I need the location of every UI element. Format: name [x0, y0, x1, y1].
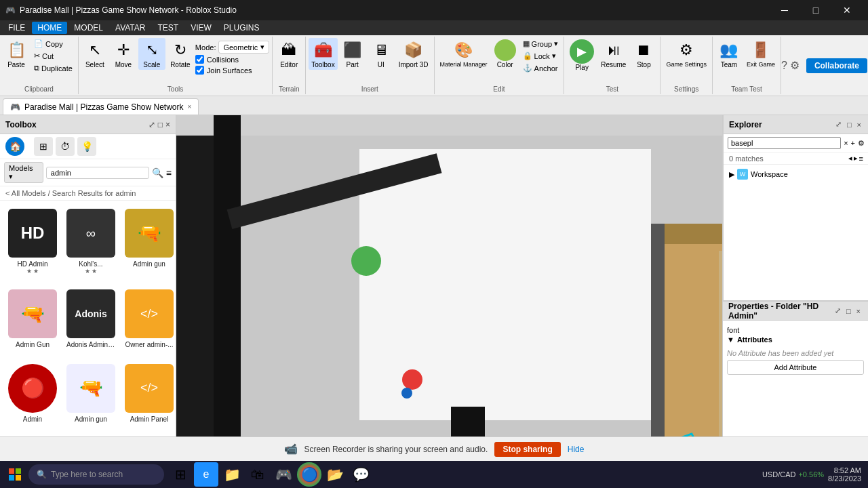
explorer-taskbar-button[interactable]: 📁	[220, 462, 244, 487]
list-item[interactable]: ∞ Kohl's... ★ ★	[64, 206, 118, 283]
search-icon: 🔍	[37, 470, 47, 479]
resume-button[interactable]: ⏯ Resume	[598, 38, 629, 70]
attributes-header[interactable]: ▼ Attributes	[727, 336, 864, 344]
ui-icon: 🖥	[370, 39, 392, 61]
viewport[interactable]: Back	[176, 115, 722, 436]
toolbox-undock-button[interactable]: ⤢	[149, 120, 155, 129]
main-tab[interactable]: 🎮 Paradise Mall | Pizzas Game Show Netwo…	[3, 98, 199, 115]
clock-time: 8:52 AM	[828, 466, 861, 474]
rotate-button[interactable]: ↻ Rotate	[167, 38, 194, 70]
properties-close-button[interactable]: ×	[854, 306, 863, 316]
join-surfaces-checkbox[interactable]	[195, 66, 204, 75]
exit-game-button[interactable]: 🚪 Exit Game	[744, 38, 778, 69]
list-item[interactable]: Adonis Adonis Admin-...	[64, 287, 118, 357]
menu-avatar[interactable]: AVATAR	[110, 22, 151, 34]
collisions-checkbox-row: Collisions	[195, 54, 269, 64]
list-item[interactable]: 🔴 Admin	[5, 361, 60, 431]
ui-button[interactable]: 🖥 UI	[368, 38, 395, 70]
discord-button[interactable]: 💬	[349, 462, 373, 487]
properties-undock-button[interactable]: ⤢	[833, 306, 843, 316]
move-button[interactable]: ✛ Move	[110, 38, 137, 70]
toolbox-filter-button[interactable]: ≡	[166, 167, 172, 178]
collaborate-button[interactable]: Collaborate	[806, 58, 867, 73]
explorer-filter-button[interactable]: ≡	[859, 154, 863, 163]
menu-file[interactable]: FILE	[3, 22, 31, 34]
lock-button[interactable]: 🔒 Lock ▾	[520, 50, 561, 62]
taskbar-search-box[interactable]: 🔍 Type here to search	[28, 464, 164, 485]
toolbox-nav: 🏠 ⊞ ⏱ 💡	[0, 134, 176, 159]
menu-view[interactable]: VIEW	[185, 22, 217, 34]
menu-test[interactable]: TEST	[152, 22, 184, 34]
explorer-add-button[interactable]: +	[851, 139, 855, 147]
chrome-button[interactable]: 🔵	[297, 462, 321, 487]
toolbox-recent-button[interactable]: ⏱	[56, 137, 75, 156]
edge-button[interactable]: e	[194, 462, 218, 487]
toolbox-search-button[interactable]: 🔍	[152, 167, 163, 178]
explorer-next-button[interactable]: ▸	[854, 154, 858, 163]
duplicate-button[interactable]: ⧉ Duplicate	[31, 62, 75, 74]
play-button[interactable]: ▶ Play	[567, 38, 597, 73]
tab-close-button[interactable]: ×	[188, 103, 192, 110]
editor-icon: 🏔	[278, 39, 300, 61]
scale-button[interactable]: ⤡ Scale	[138, 38, 165, 70]
import3d-button[interactable]: 📦 Import 3D	[396, 38, 431, 70]
roblox-taskbar-button[interactable]: 🎮	[271, 462, 296, 487]
close-button[interactable]: ✕	[831, 0, 863, 20]
menu-model[interactable]: MODEL	[68, 22, 108, 34]
editor-button[interactable]: 🏔 Editor	[275, 38, 302, 70]
part-button[interactable]: ⬛ Part	[339, 38, 366, 70]
minimize-button[interactable]: ─	[769, 0, 800, 20]
paste-button[interactable]: 📋 Paste	[3, 38, 30, 70]
toolbox-search-input[interactable]	[46, 167, 149, 179]
files-button[interactable]: 📂	[323, 462, 347, 487]
list-item[interactable]: 🔫 Admin gun	[122, 206, 176, 283]
group-button[interactable]: ▦ Group ▾	[520, 38, 561, 49]
list-item[interactable]: 🔫 Admin Gun	[5, 287, 60, 357]
collisions-checkbox[interactable]	[195, 55, 204, 64]
explorer-options-button[interactable]: ⚙	[858, 139, 865, 148]
toolbox-button[interactable]: 🧰 Toolbox	[309, 38, 337, 70]
menu-plugins[interactable]: PLUGINS	[218, 22, 265, 34]
select-button[interactable]: ↖ Select	[81, 38, 108, 70]
expand-arrow-icon: ▶	[729, 170, 734, 179]
mode-dropdown[interactable]: Geometric ▾	[218, 41, 269, 54]
help-icon: ?	[781, 60, 787, 72]
explorer-close-button[interactable]: ×	[855, 119, 863, 129]
taskbar-right: USD/CAD +0.56% 8:52 AM 8/23/2023	[762, 466, 865, 483]
svg-point-7	[402, 369, 422, 390]
explorer-search-input[interactable]	[728, 137, 841, 149]
anchor-button[interactable]: ⚓ Anchor	[520, 62, 561, 74]
list-item[interactable]: </> Owner admin-...	[122, 287, 176, 357]
color-button[interactable]: Color	[492, 38, 519, 70]
copy-button[interactable]: 📄 Copy	[31, 38, 75, 49]
item-label: Kohl's...	[79, 260, 102, 268]
hide-button[interactable]: Hide	[568, 445, 585, 454]
toolbox-category-dropdown[interactable]: Models ▾	[4, 162, 43, 183]
material-manager-button[interactable]: 🎨 Material Manager	[437, 38, 490, 69]
toolbox-close-button[interactable]: ×	[165, 120, 170, 129]
toolbox-create-button[interactable]: 💡	[77, 137, 96, 156]
properties-expand-button[interactable]: □	[844, 306, 853, 316]
explorer-clear-button[interactable]: ×	[844, 139, 848, 147]
toolbox-grid-view-button[interactable]: ⊞	[34, 137, 53, 156]
task-view-button[interactable]: ⊞	[168, 462, 193, 487]
start-button[interactable]	[3, 462, 27, 487]
explorer-undock-button[interactable]: ⤢	[833, 119, 844, 129]
list-item[interactable]: HD HD Admin ★ ★	[5, 206, 60, 283]
toolbox-expand-button[interactable]: □	[158, 120, 163, 129]
cut-button[interactable]: ✂ Cut	[31, 50, 75, 62]
window-title: Paradise Mall | Pizzas Game Show Network…	[20, 5, 237, 15]
list-item[interactable]: 🔫 Admin gun	[64, 361, 118, 431]
team-button[interactable]: 👥 Team	[715, 38, 743, 70]
explorer-prev-button[interactable]: ◂	[848, 154, 852, 163]
store-button[interactable]: 🛍	[245, 462, 270, 487]
maximize-button[interactable]: □	[800, 0, 831, 20]
game-settings-button[interactable]: ⚙ Game Settings	[663, 38, 709, 69]
add-attribute-button[interactable]: Add Attribute	[727, 360, 864, 375]
list-item[interactable]: </> Admin Panel	[122, 361, 176, 431]
explorer-workspace-item[interactable]: ▶ W Workspace	[726, 167, 866, 181]
stop-button[interactable]: ⏹ Stop	[630, 38, 657, 70]
stop-sharing-button[interactable]: Stop sharing	[494, 442, 560, 457]
explorer-expand-button[interactable]: □	[845, 119, 854, 129]
menu-home[interactable]: HOME	[32, 22, 67, 34]
